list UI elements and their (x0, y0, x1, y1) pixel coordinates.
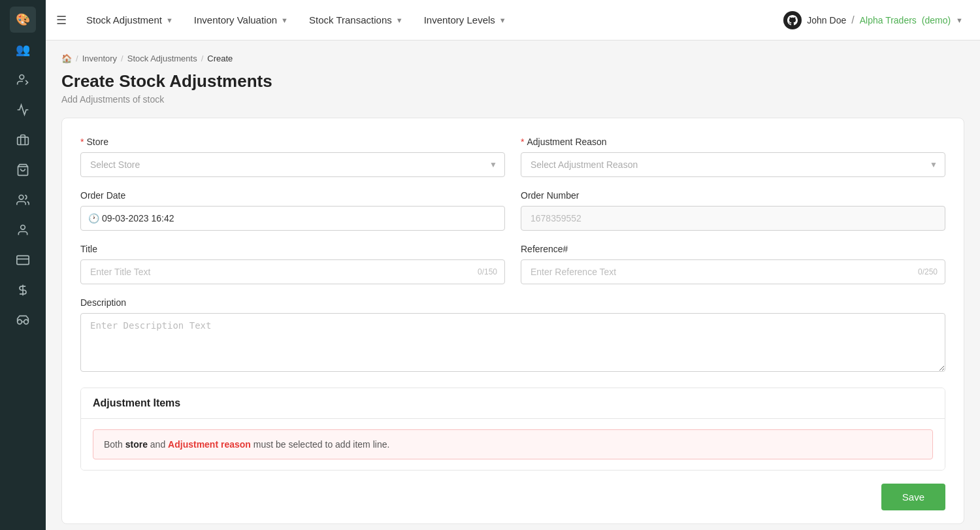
nav-inventory-levels[interactable]: Inventory Levels ▼ (415, 9, 515, 31)
nav-inventory-valuation[interactable]: Inventory Valuation ▼ (185, 9, 297, 31)
chevron-down-icon: ▼ (499, 16, 506, 24)
form-group-order-date: Order Date 🕐 (80, 190, 505, 231)
form-group-store: * Store Select Store ▼ (80, 137, 505, 177)
form-group-title: Title 0/150 (80, 244, 505, 284)
form-card: * Store Select Store ▼ * Adjustment Reas… (61, 118, 964, 524)
adjustment-reason-select-wrapper: Select Adjustment Reason ▼ (521, 152, 945, 177)
svg-point-4 (21, 225, 25, 230)
svg-point-0 (20, 75, 24, 80)
chevron-down-icon: ▼ (281, 16, 288, 24)
form-group-order-number: Order Number (521, 190, 945, 231)
adjustment-items-section: Adjustment Items Both store and Adjustme… (80, 388, 945, 471)
title-label: Title (80, 244, 505, 254)
title-counter: 0/150 (478, 267, 497, 276)
alert-text-2: and (148, 439, 168, 450)
required-star: * (521, 137, 524, 147)
sidebar-icon-basket[interactable] (10, 157, 36, 183)
breadcrumb-current: Create (207, 54, 233, 63)
order-date-input-wrapper: 🕐 (80, 206, 505, 231)
svg-point-3 (19, 195, 24, 200)
form-group-description: Description (80, 297, 945, 372)
page-title: Create Stock Adjustments (61, 71, 964, 91)
clock-icon: 🕐 (88, 213, 99, 224)
nav-stock-transactions[interactable]: Stock Transactions ▼ (300, 9, 412, 31)
svg-point-8 (24, 320, 29, 324)
sidebar-icon-users-group[interactable]: 👥 (10, 37, 36, 63)
form-group-adjustment-reason: * Adjustment Reason Select Adjustment Re… (521, 137, 945, 177)
user-name: John Doe (807, 15, 846, 25)
form-group-reference: Reference# 0/250 (521, 244, 945, 284)
nav-inventory-valuation-label: Inventory Valuation (194, 14, 277, 25)
adjustment-items-body: Both store and Adjustment reason must be… (81, 419, 945, 470)
order-number-input[interactable] (521, 206, 945, 231)
sidebar-icon-person-arrow[interactable] (10, 67, 36, 93)
nav-stock-transactions-label: Stock Transactions (309, 14, 392, 25)
save-button[interactable]: Save (881, 484, 945, 510)
nav-inventory-levels-label: Inventory Levels (424, 14, 495, 25)
nav-stock-adjustment[interactable]: Stock Adjustment ▼ (77, 9, 182, 31)
store-select[interactable]: Select Store (80, 152, 505, 177)
store-label: * Store (80, 137, 505, 147)
svg-point-7 (18, 320, 22, 324)
breadcrumb-inventory[interactable]: Inventory (82, 54, 117, 63)
page-subtitle: Add Adjustments of stock (61, 94, 964, 105)
order-date-label: Order Date (80, 190, 505, 201)
sidebar-icon-chart[interactable] (10, 97, 36, 123)
user-org-separator: / (851, 14, 854, 26)
description-textarea[interactable] (80, 313, 945, 372)
github-icon (783, 11, 802, 29)
sidebar-icon-team[interactable] (10, 187, 36, 213)
required-star: * (80, 137, 84, 147)
user-menu[interactable]: John Doe / Alpha Traders (demo) ▼ (777, 7, 970, 33)
breadcrumb-stock-adjustments[interactable]: Stock Adjustments (127, 54, 197, 63)
home-icon[interactable]: 🏠 (61, 54, 72, 63)
reference-label: Reference# (521, 244, 945, 254)
navbar: ☰ Stock Adjustment ▼ Inventory Valuation… (46, 0, 980, 41)
svg-rect-1 (18, 137, 29, 145)
form-row-4: Description (80, 297, 945, 372)
adjustment-reason-label: * Adjustment Reason (521, 137, 945, 147)
alert-text-3: must be selected to add item line. (251, 439, 389, 450)
main-content: ☰ Stock Adjustment ▼ Inventory Valuation… (46, 0, 980, 530)
order-number-label: Order Number (521, 190, 945, 201)
sidebar: 🎨 👥 (0, 0, 46, 530)
form-row-1: * Store Select Store ▼ * Adjustment Reas… (80, 137, 945, 177)
nav-stock-adjustment-label: Stock Adjustment (86, 14, 162, 25)
title-input[interactable] (80, 259, 505, 284)
chevron-down-icon: ▼ (166, 16, 173, 24)
adjustment-reason-select[interactable]: Select Adjustment Reason (521, 152, 945, 177)
description-label: Description (80, 297, 945, 308)
alert-store-bold: store (125, 439, 148, 450)
sidebar-icon-person-settings[interactable] (10, 217, 36, 243)
sidebar-icon-glasses[interactable] (10, 307, 36, 333)
sidebar-icon-money[interactable] (10, 277, 36, 303)
content-area: 🏠 / Inventory / Stock Adjustments / Crea… (46, 41, 980, 530)
chevron-down-icon: ▼ (396, 16, 403, 24)
sidebar-icon-store[interactable] (10, 127, 36, 153)
form-row-3: Title 0/150 Reference# 0/250 (80, 244, 945, 284)
alert-reason-bold: Adjustment reason (168, 439, 251, 450)
sidebar-icon-wallet[interactable] (10, 247, 36, 273)
reference-input[interactable] (521, 259, 945, 284)
title-input-wrapper: 0/150 (80, 259, 505, 284)
sidebar-icon-palette[interactable]: 🎨 (10, 7, 36, 33)
alert-text-1: Both (104, 439, 125, 450)
form-footer: Save (80, 484, 945, 510)
svg-rect-5 (17, 256, 29, 264)
order-date-input[interactable] (80, 206, 505, 231)
breadcrumb: 🏠 / Inventory / Stock Adjustments / Crea… (61, 54, 964, 63)
hamburger-icon[interactable]: ☰ (56, 13, 67, 27)
user-org: Alpha Traders (demo) (860, 15, 951, 25)
reference-counter: 0/250 (918, 267, 938, 276)
chevron-down-icon: ▼ (956, 16, 963, 24)
form-row-2: Order Date 🕐 Order Number (80, 190, 945, 231)
adjustment-items-header: Adjustment Items (81, 388, 945, 419)
adjustment-alert: Both store and Adjustment reason must be… (93, 429, 933, 459)
reference-input-wrapper: 0/250 (521, 259, 945, 284)
store-select-wrapper: Select Store ▼ (80, 152, 505, 177)
